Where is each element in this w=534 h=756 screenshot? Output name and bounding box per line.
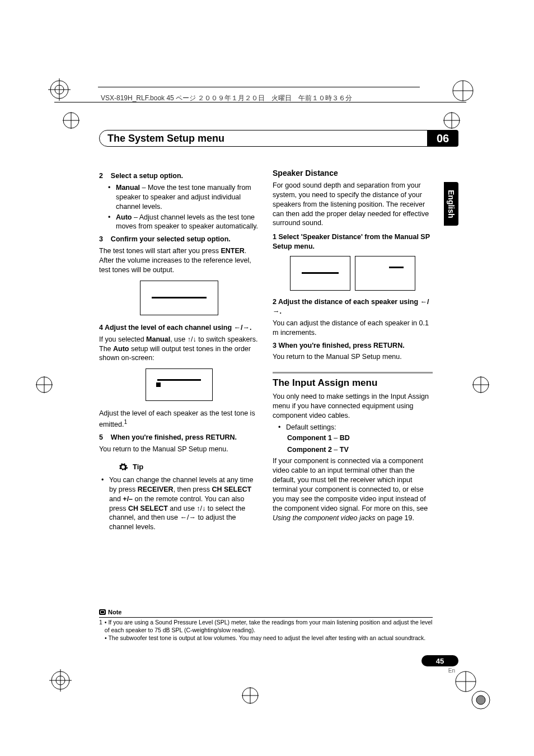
figure-pair <box>273 256 433 291</box>
text-bold: Auto <box>113 345 129 353</box>
text: – <box>332 446 340 454</box>
note-heading: Note <box>99 608 433 618</box>
text: If you selected <box>99 335 146 343</box>
text: , then press <box>174 486 212 493</box>
step-heading: 2 Select a setup option. <box>99 171 259 181</box>
text: Adjust the level of each speaker as the … <box>99 409 255 428</box>
crop-mark-icon <box>49 669 72 692</box>
bullet-desc: – Adjust channel levels as the test tone… <box>116 213 258 231</box>
crop-mark-icon <box>62 111 81 130</box>
tip-bullet: • You can change the channel levels at a… <box>99 475 259 532</box>
figure-placeholder <box>355 256 415 291</box>
section-title: The Input Assign menu <box>273 377 433 390</box>
step-num: 3 <box>99 235 103 243</box>
bullet-label: Manual <box>116 184 140 192</box>
bullet-label: Auto <box>116 213 132 221</box>
bullet-text: Default settings: <box>286 423 336 432</box>
text: The test tones will start after you pres… <box>99 247 221 255</box>
right-column: Speaker Distance For good sound depth an… <box>273 168 433 533</box>
body-text: If you selected Manual, use ↑/↓ to switc… <box>99 335 259 363</box>
text: – <box>332 434 340 442</box>
step-num: 2 <box>99 172 103 180</box>
text: on page 19. <box>375 514 414 522</box>
step-num: 5 <box>99 433 103 441</box>
bullet-item: • Manual – Move the test tone manually f… <box>99 183 259 212</box>
chapter-title-bar: The System Setup menu 06 <box>99 129 458 148</box>
bullet-item: • Auto – Adjust channel levels as the te… <box>99 213 259 232</box>
body-text: You return to the Manual SP Setup menu. <box>273 352 433 362</box>
text-bold: ENTER <box>221 247 244 255</box>
text-bold: RECEIVER <box>138 486 174 493</box>
footnote-text: • If you are using a Sound Pressure Leve… <box>105 619 433 634</box>
tip-label: Tip <box>133 462 143 472</box>
note-block: Note 1 • If you are using a Sound Pressu… <box>99 608 433 642</box>
text-bold: Manual <box>146 335 170 343</box>
tip-heading: Tip <box>118 462 259 472</box>
page-number: 45 <box>421 655 458 666</box>
step-heading: 3 When you're finished, press RETURN. <box>273 341 433 351</box>
body-text: You can adjust the distance of each spea… <box>273 319 433 338</box>
section-divider <box>273 372 433 374</box>
page-number-badge: 45 En <box>421 655 458 674</box>
figure-placeholder <box>290 256 350 291</box>
footnote-ref: 1 <box>124 419 127 425</box>
tip-text: You can change the channel levels at any… <box>109 475 259 532</box>
header-rule <box>98 87 420 87</box>
step-heading: 4 Adjust the level of each channel using… <box>99 323 259 333</box>
svg-point-30 <box>476 696 485 704</box>
component-line: Component 2 – TV <box>273 445 433 455</box>
text: If your component is connected via a com… <box>273 457 428 512</box>
crop-mark-icon <box>241 686 260 705</box>
section-heading: Speaker Distance <box>273 168 433 179</box>
left-column: 2 Select a setup option. • Manual – Move… <box>99 168 259 533</box>
crop-mark-icon <box>470 689 492 711</box>
text-bold: Component 2 <box>287 446 332 454</box>
step-text: Select a setup option. <box>111 172 183 180</box>
text-bold: CH SELECT <box>212 486 251 493</box>
body-text: If your component is connected via a com… <box>273 456 433 522</box>
chapter-number: 06 <box>427 130 458 147</box>
chapter-title: The System Setup menu <box>99 130 428 147</box>
text-bold: +/– <box>123 495 133 503</box>
text-bold: CH SELECT <box>128 505 168 512</box>
bullet-text: Auto – Adjust channel levels as the test… <box>116 213 259 232</box>
body-text: Adjust the level of each speaker as the … <box>99 409 259 430</box>
step-heading: 1 Select 'Speaker Distance' from the Man… <box>273 232 433 251</box>
note-icon <box>99 609 106 615</box>
bullet-dot: • <box>108 183 113 212</box>
step-text: When you're finished, press RETURN. <box>111 433 237 441</box>
body-text: You return to the Manual SP Setup menu. <box>99 445 259 454</box>
bullet-text: Manual – Move the test tone manually fro… <box>116 183 259 212</box>
step-heading: 3 Confirm your selected setup option. <box>99 235 259 244</box>
component-line: Component 1 – BD <box>273 433 433 443</box>
crop-mark-icon <box>442 111 461 130</box>
text-bold: TV <box>340 446 349 454</box>
crop-mark-icon <box>451 78 475 103</box>
note-label: Note <box>108 608 121 616</box>
step-heading: 2 Adjust the distance of each speaker us… <box>273 297 433 316</box>
page-lang: En <box>421 668 458 674</box>
body-text: The test tones will start after you pres… <box>99 246 259 275</box>
crop-mark-icon <box>35 375 54 394</box>
body-text: For good sound depth and separation from… <box>273 181 433 228</box>
footnote-line: • The subwoofer test tone is output at l… <box>99 634 433 642</box>
bullet-dot: • <box>278 423 283 432</box>
crop-mark-icon <box>471 375 490 394</box>
footnote-line: 1 • If you are using a Sound Pressure Le… <box>99 619 433 634</box>
text: and <box>109 495 123 503</box>
footnote-text: • The subwoofer test tone is output at l… <box>105 634 425 642</box>
text-bold: Component 1 <box>287 434 332 442</box>
gear-icon <box>118 462 128 472</box>
footnote-ref: 1 <box>99 619 102 634</box>
step-text: Confirm your selected setup option. <box>111 235 231 243</box>
figure-placeholder <box>140 281 218 315</box>
text-bold: BD <box>340 434 350 442</box>
crop-mark-icon <box>48 78 71 101</box>
header-rule <box>54 102 466 102</box>
text-italic: Using the component video jacks <box>273 514 375 522</box>
language-tab: English <box>444 182 458 226</box>
step-heading: 5 When you're finished, press RETURN. <box>99 433 259 442</box>
body-text: You only need to make settings in the In… <box>273 392 433 421</box>
bullet-dot: • <box>101 475 106 532</box>
figure-placeholder <box>146 368 213 401</box>
